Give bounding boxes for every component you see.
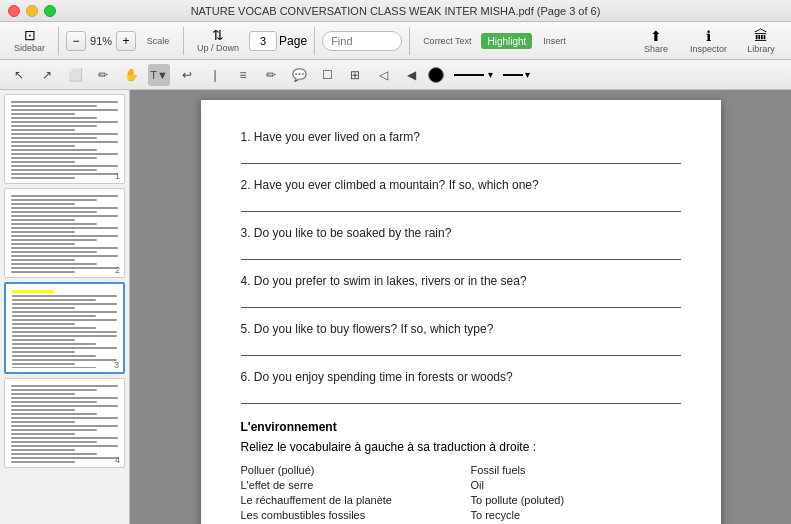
question-2-text: 2. Have you ever climbed a mountain? If … <box>241 178 681 192</box>
question-2: 2. Have you ever climbed a mountain? If … <box>241 178 681 212</box>
answer-line-3 <box>241 244 681 260</box>
checkbox-tool[interactable]: ☐ <box>316 64 338 86</box>
share-icon: ⬆ <box>650 28 662 44</box>
highlight-ann-tool[interactable]: ≡ <box>232 64 254 86</box>
line-width-arrow[interactable]: ▾ <box>488 69 493 80</box>
vocab-table: Polluer (pollué) L'effet de serre Le réc… <box>241 464 681 524</box>
scale-label: Scale <box>147 36 170 46</box>
sidebar-group: ⊡ Sidebar <box>8 26 51 55</box>
minimize-button[interactable] <box>26 5 38 17</box>
question-1-text: 1. Have you ever lived on a farm? <box>241 130 681 144</box>
opacity-arrow[interactable]: ▾ <box>525 69 530 80</box>
question-5: 5. Do you like to buy flowers? If so, wh… <box>241 322 681 356</box>
main-layout: 1 <box>0 90 791 524</box>
answer-line-4 <box>241 292 681 308</box>
vocab-left-3: Les combustibles fossiles <box>241 509 451 521</box>
thumb-img-4 <box>9 383 120 463</box>
updown-icon: ⇅ <box>212 28 224 42</box>
section-title: L'environnement <box>241 420 681 434</box>
thumb-number-1: 1 <box>115 171 120 181</box>
inspector-button[interactable]: ℹ Inspector <box>682 26 735 56</box>
correct-text-label: Correct Text <box>423 36 471 46</box>
close-button[interactable] <box>8 5 20 17</box>
highlight-label: Highlight <box>487 36 526 47</box>
zoom-out-button[interactable]: − <box>66 31 86 51</box>
opacity-indicator <box>503 74 523 76</box>
separator-4 <box>409 27 410 55</box>
thumb-highlight <box>12 290 54 293</box>
thumb-img-3 <box>10 288 119 368</box>
section-subtitle: Reliez le vocabulaire à gauche à sa trad… <box>241 440 681 454</box>
page-input[interactable]: 3 <box>249 31 277 51</box>
vocab-right-1: Oil <box>471 479 681 491</box>
library-icon: 🏛 <box>754 28 768 44</box>
rect-tool[interactable]: ⬜ <box>64 64 86 86</box>
separator-3 <box>314 27 315 55</box>
vocab-left-1: L'effet de serre <box>241 479 451 491</box>
updown-label: Up / Down <box>197 43 239 53</box>
thumbnail-2[interactable]: 2 <box>4 188 125 278</box>
thumb-img-1 <box>9 99 120 179</box>
back-tool[interactable]: ◁ <box>372 64 394 86</box>
separator-2 <box>183 27 184 55</box>
updown-button[interactable]: ⇅ Up / Down <box>191 26 245 55</box>
markup-tool[interactable]: ✏ <box>260 64 282 86</box>
title-bar: NATURE VOCAB CONVERSATION CLASS WEAK INT… <box>0 0 791 22</box>
library-button[interactable]: 🏛 Library <box>739 26 783 56</box>
arrow-tool[interactable]: ↗ <box>36 64 58 86</box>
sidebar-icon: ⊡ <box>24 28 36 42</box>
correct-text-button[interactable]: Correct Text <box>417 33 477 48</box>
question-6: 6. Do you enjoy spending time in forests… <box>241 370 681 404</box>
content-area[interactable]: 1. Have you ever lived on a farm? 2. Hav… <box>130 90 791 524</box>
zoom-value: 91% <box>86 35 116 47</box>
highlight-button[interactable]: Highlight <box>481 33 532 49</box>
vocab-col-left: Polluer (pollué) L'effet de serre Le réc… <box>241 464 451 524</box>
inspector-icon: ℹ <box>706 28 711 44</box>
sidebar-button[interactable]: ⊡ Sidebar <box>8 26 51 55</box>
vocab-col-right: Fossil fuels Oil To pollute (poluted) To… <box>471 464 681 524</box>
separator-1 <box>58 27 59 55</box>
thumb-lines-4 <box>9 383 120 463</box>
thumb-lines-1 <box>9 99 120 179</box>
table-tool[interactable]: ⊞ <box>344 64 366 86</box>
prev-tool[interactable]: ◀ <box>400 64 422 86</box>
question-4: 4. Do you prefer to swim in lakes, river… <box>241 274 681 308</box>
hand-tool[interactable]: ✋ <box>120 64 142 86</box>
vocab-right-0: Fossil fuels <box>471 464 681 476</box>
scale-button[interactable]: Scale <box>140 33 176 48</box>
color-picker[interactable] <box>428 67 444 83</box>
vocab-right-3: To recycle <box>471 509 681 521</box>
answer-line-1 <box>241 148 681 164</box>
thumbnail-1[interactable]: 1 <box>4 94 125 184</box>
pencil-tool[interactable]: ✏ <box>92 64 114 86</box>
traffic-lights <box>8 5 56 17</box>
zoom-in-button[interactable]: + <box>116 31 136 51</box>
thumb-img-2 <box>9 193 120 273</box>
insert-button[interactable]: Insert <box>536 33 572 48</box>
text-tool[interactable]: T▼ <box>148 64 170 86</box>
answer-line-6 <box>241 388 681 404</box>
find-input[interactable] <box>322 31 402 51</box>
vocab-left-0: Polluer (pollué) <box>241 464 451 476</box>
share-label: Share <box>644 44 668 54</box>
answer-line-5 <box>241 340 681 356</box>
thumb-number-4: 4 <box>115 455 120 465</box>
window-title: NATURE VOCAB CONVERSATION CLASS WEAK INT… <box>191 5 601 17</box>
share-button[interactable]: ⬆ Share <box>634 26 678 56</box>
question-1: 1. Have you ever lived on a farm? <box>241 130 681 164</box>
page-label: Page <box>279 34 307 48</box>
insert-label: Insert <box>543 36 566 46</box>
thumbnail-3[interactable]: 3 <box>4 282 125 374</box>
separator-ann: | <box>204 64 226 86</box>
undo-tool[interactable]: ↩ <box>176 64 198 86</box>
select-tool[interactable]: ↖ <box>8 64 30 86</box>
question-3: 3. Do you like to be soaked by the rain? <box>241 226 681 260</box>
vocab-right-2: To pollute (poluted) <box>471 494 681 506</box>
sidebar-label: Sidebar <box>14 43 45 53</box>
fullscreen-button[interactable] <box>44 5 56 17</box>
thumbnail-4[interactable]: 4 <box>4 378 125 468</box>
vocab-left-2: Le réchauffement de la planète <box>241 494 451 506</box>
answer-line-2 <box>241 196 681 212</box>
top-right-tools: ⬆ Share ℹ Inspector 🏛 Library <box>634 26 783 56</box>
comment-tool[interactable]: 💬 <box>288 64 310 86</box>
